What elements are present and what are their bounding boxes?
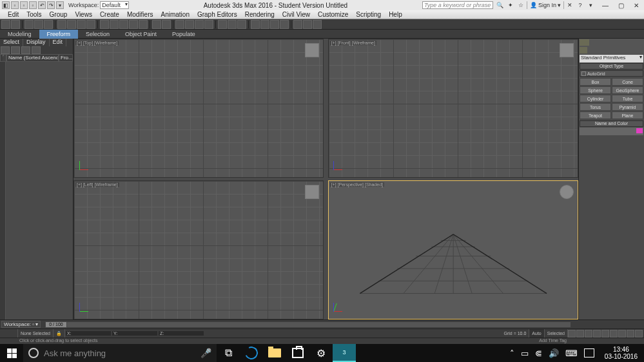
scene-explorer-filter-icon[interactable]	[1, 46, 10, 54]
menu-modifiers[interactable]: Modifiers	[123, 11, 157, 18]
ribbon-tab-freeform[interactable]: Freeform	[39, 30, 79, 39]
tray-wifi-icon[interactable]: ⋐	[535, 348, 542, 358]
rollout-name-color[interactable]: Name and Color	[580, 120, 643, 127]
maximize-button[interactable]: ▢	[613, 1, 629, 10]
nav-pan-icon[interactable]	[610, 330, 618, 338]
subscription-icon[interactable]: ✦	[506, 1, 515, 9]
exchange-icon[interactable]: ✕	[565, 1, 574, 9]
tool-selectname-icon[interactable]	[67, 20, 76, 29]
tool-selectregion-icon[interactable]	[77, 20, 86, 29]
tool-manip-icon[interactable]	[152, 20, 161, 29]
coord-z-input[interactable]: Z:	[159, 331, 204, 336]
tool-namedsel-icon[interactable]	[218, 20, 227, 29]
tool-link-icon[interactable]	[24, 20, 34, 29]
object-name-input[interactable]	[580, 128, 643, 135]
menu-rendering[interactable]: Rendering	[241, 11, 278, 18]
qat-more-icon[interactable]: ▾	[56, 1, 64, 9]
menu-animation[interactable]: Animation	[157, 11, 193, 18]
search-go-icon[interactable]: 🔍	[496, 1, 505, 9]
primitive-category-dropdown[interactable]: Standard Primitives	[580, 55, 643, 62]
tray-keyboard-icon[interactable]: ⌨	[565, 348, 578, 358]
primitive-cone-button[interactable]: Cone	[612, 78, 643, 86]
tool-align-icon[interactable]	[237, 20, 246, 29]
primitive-plane-button[interactable]: Plane	[612, 111, 643, 119]
autogrid-checkbox[interactable]	[581, 71, 586, 76]
coord-y-input[interactable]: Y:	[112, 331, 157, 336]
microphone-icon[interactable]: 🎤	[200, 348, 211, 358]
cmd-tab-modify-icon[interactable]	[590, 39, 601, 46]
menu-tools[interactable]: Tools	[23, 11, 45, 18]
tool-filter-icon[interactable]	[86, 20, 95, 29]
menu-grapheditors[interactable]: Graph Editors	[193, 11, 241, 18]
viewport-label-front[interactable]: [+] [Front] [Wireframe]	[330, 41, 376, 45]
scene-explorer-col-icon[interactable]: ⬛	[0, 54, 6, 62]
time-slider-thumb[interactable]: 0 / 100	[45, 321, 67, 328]
tray-notifications-icon[interactable]	[584, 348, 594, 357]
scene-explorer-tab-edit[interactable]: Edit	[50, 39, 67, 46]
tool-mirror-icon[interactable]	[228, 20, 237, 29]
viewport-label-top[interactable]: [+] [Top] [Wireframe]	[75, 41, 119, 45]
viewport-label-left[interactable]: [+] [Left] [Wireframe]	[75, 182, 119, 187]
tool-renderframe-icon[interactable]	[303, 20, 312, 29]
cmd-sub-helpers-icon[interactable]	[616, 46, 625, 54]
taskbar-store[interactable]	[286, 344, 309, 362]
tray-clock[interactable]: 13:46 03-10-2016	[601, 346, 641, 360]
qat-undo-icon[interactable]: ↶	[38, 1, 46, 9]
playback-play-icon[interactable]	[585, 330, 592, 338]
taskbar-edge[interactable]	[240, 344, 263, 362]
time-slider-track[interactable]: 0 / 100	[45, 322, 571, 327]
tool-keymode-icon[interactable]	[162, 20, 171, 29]
ribbon-tab-populate[interactable]: Populate	[164, 30, 203, 39]
qat-new-icon[interactable]: ▫	[11, 1, 19, 9]
primitive-teapot-button[interactable]: Teapot	[580, 111, 611, 119]
add-time-tag[interactable]: Add Time Tag	[539, 338, 567, 343]
tool-scale-icon[interactable]	[119, 20, 128, 29]
nav-maximize-icon[interactable]	[635, 330, 643, 338]
tool-pivot-icon[interactable]	[139, 20, 148, 29]
tool-redo-icon[interactable]	[11, 20, 20, 29]
scene-explorer-tab-select[interactable]: Select	[0, 39, 23, 46]
tool-unlink-icon[interactable]	[34, 20, 43, 29]
tool-move-icon[interactable]	[100, 20, 109, 29]
tool-curveeditor-icon[interactable]	[260, 20, 269, 29]
primitive-torus-button[interactable]: Torus	[580, 103, 611, 111]
taskbar-3dsmax[interactable]: 3	[333, 344, 356, 362]
primitive-pyramid-button[interactable]: Pyramid	[612, 103, 643, 111]
maxscript-mini-listener[interactable]	[0, 329, 18, 338]
tool-snap-icon[interactable]	[175, 20, 184, 29]
cmd-sub-cameras-icon[interactable]	[607, 46, 616, 54]
timeline-workspace-label[interactable]: Workspace: ▫ ▾	[1, 321, 41, 328]
qat-open-icon[interactable]: ▫	[20, 1, 28, 9]
cmd-tab-create-icon[interactable]	[579, 39, 590, 46]
tool-rendersetup-icon[interactable]	[293, 20, 302, 29]
cmd-tab-display-icon[interactable]	[622, 39, 633, 46]
primitive-cylinder-button[interactable]: Cylinder	[580, 95, 611, 102]
scene-explorer-col-frozen[interactable]: Fro...	[59, 54, 73, 62]
minimize-button[interactable]: —	[598, 1, 613, 10]
object-color-swatch[interactable]	[636, 128, 643, 133]
playback-end-icon[interactable]	[601, 330, 609, 338]
primitive-tube-button[interactable]: Tube	[612, 95, 643, 102]
playback-next-icon[interactable]	[593, 330, 601, 338]
tool-select-icon[interactable]	[57, 20, 66, 29]
scene-explorer-list[interactable]	[0, 62, 73, 319]
taskbar-explorer[interactable]	[263, 344, 286, 362]
menu-civilview[interactable]: Civil View	[278, 11, 314, 18]
scene-explorer-col-name[interactable]: Name (Sorted Ascending)	[6, 54, 59, 62]
task-view-button[interactable]: ⧉	[217, 344, 240, 362]
viewcube-top[interactable]	[305, 43, 319, 57]
tool-layers-icon[interactable]	[251, 20, 260, 29]
scene-explorer-toolbar-vertical[interactable]	[0, 62, 6, 319]
menu-edit[interactable]: Edit	[4, 11, 23, 18]
tool-percentsnap-icon[interactable]	[195, 20, 204, 29]
tool-rotate-icon[interactable]	[110, 20, 119, 29]
scene-explorer-sort-icon[interactable]	[11, 46, 20, 54]
menu-help[interactable]: Help	[385, 11, 406, 18]
favorite-icon[interactable]: ☆	[516, 1, 525, 9]
scene-explorer-find-icon[interactable]	[21, 46, 30, 54]
cortana-search[interactable]: Ask me anything 🎤	[23, 344, 217, 362]
nav-zoom-icon[interactable]	[618, 330, 626, 338]
viewcube-left[interactable]	[305, 185, 319, 199]
scene-explorer-tab-display[interactable]: Display	[23, 39, 50, 46]
cmd-sub-lights-icon[interactable]	[598, 46, 607, 54]
